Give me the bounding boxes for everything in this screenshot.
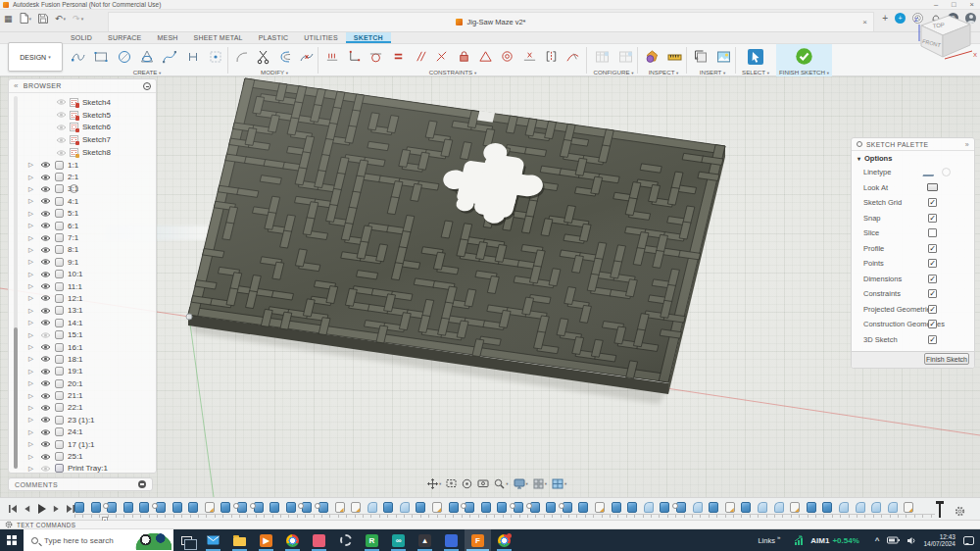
look-at-button-icon[interactable] bbox=[927, 183, 938, 191]
browser-body-row[interactable]: ▷4:1 bbox=[9, 195, 156, 207]
horizontal-vertical-constraint-icon[interactable] bbox=[347, 49, 362, 64]
browser-body-row[interactable]: ▷18:1 bbox=[9, 353, 156, 365]
browser-body-row[interactable]: ▷3:1 bbox=[9, 183, 156, 195]
timeline-feature-icon[interactable] bbox=[627, 502, 637, 513]
visibility-eye-icon[interactable] bbox=[40, 331, 51, 339]
timeline-gear-icon[interactable] bbox=[955, 503, 965, 521]
browser-body-row[interactable]: ▷6:1 bbox=[9, 220, 156, 231]
tab-sketch[interactable]: SKETCH bbox=[346, 32, 391, 43]
timeline-feature-icon[interactable] bbox=[888, 502, 898, 513]
perpendicular-constraint-icon[interactable] bbox=[434, 49, 449, 64]
timeline-feature-icon[interactable] bbox=[400, 502, 410, 513]
point-tool-icon[interactable] bbox=[208, 49, 223, 65]
timeline-feature-icon[interactable] bbox=[871, 502, 881, 513]
timeline-feature-icon[interactable] bbox=[254, 502, 264, 513]
timeline-feature-icon[interactable] bbox=[807, 502, 816, 513]
action-center-icon[interactable] bbox=[963, 536, 974, 545]
parallel-constraint-icon[interactable] bbox=[413, 49, 427, 64]
coincident-constraint-icon[interactable] bbox=[325, 49, 340, 64]
midpoint-constraint-icon[interactable] bbox=[522, 49, 537, 64]
expand-arrow-icon[interactable]: ▷ bbox=[28, 210, 38, 218]
equal-constraint-icon[interactable] bbox=[391, 49, 406, 64]
display-settings-icon[interactable]: ▾ bbox=[514, 478, 528, 489]
tangent-constraint-icon[interactable] bbox=[368, 49, 383, 64]
timeline-feature-icon[interactable] bbox=[74, 502, 84, 513]
timeline-feature-icon[interactable] bbox=[725, 502, 735, 513]
fillet-tool-icon[interactable] bbox=[234, 49, 250, 65]
visibility-eye-icon[interactable] bbox=[40, 185, 51, 193]
visibility-eye-icon[interactable] bbox=[40, 368, 51, 376]
visibility-eye-icon[interactable] bbox=[56, 149, 67, 157]
checkbox[interactable]: ✓ bbox=[928, 214, 937, 223]
taskbar-app-app-blue[interactable] bbox=[438, 529, 465, 551]
expand-arrow-icon[interactable]: ▷ bbox=[28, 185, 38, 193]
visibility-eye-icon[interactable] bbox=[40, 404, 51, 412]
document-tab-close-icon[interactable]: × bbox=[862, 18, 867, 26]
timeline-feature-icon[interactable] bbox=[693, 502, 703, 513]
visibility-eye-icon[interactable] bbox=[40, 465, 51, 473]
configure-dropdown[interactable]: CONFIGURE ▾ bbox=[590, 69, 637, 75]
expand-arrow-icon[interactable]: ▷ bbox=[28, 161, 38, 169]
spline-tool-icon[interactable] bbox=[162, 49, 177, 65]
expand-arrow-icon[interactable]: ▷ bbox=[28, 307, 38, 315]
taskbar-app-task-view[interactable] bbox=[173, 529, 200, 551]
timeline-feature-icon[interactable] bbox=[758, 502, 767, 513]
timeline-feature-icon[interactable] bbox=[335, 502, 345, 513]
modify-dropdown[interactable]: MODIFY ▾ bbox=[231, 69, 318, 75]
play-button[interactable] bbox=[36, 503, 47, 515]
visibility-eye-icon[interactable] bbox=[56, 111, 67, 119]
tab-mesh[interactable]: MESH bbox=[149, 32, 185, 43]
taskbar-app-app-chrome-badged[interactable] bbox=[491, 529, 517, 551]
browser-body-row[interactable]: ▷14:1 bbox=[9, 317, 156, 328]
orbit-icon[interactable] bbox=[462, 478, 472, 489]
browser-body-row[interactable]: ▷25:1 bbox=[9, 450, 156, 462]
timeline-feature-icon[interactable] bbox=[595, 502, 605, 513]
checkbox[interactable]: ✓ bbox=[928, 259, 937, 268]
fit-icon[interactable] bbox=[446, 478, 457, 488]
palette-row-snap[interactable]: Snap✓ bbox=[852, 211, 974, 226]
taskbar-app-chrome[interactable] bbox=[279, 529, 306, 551]
checkbox[interactable]: ✓ bbox=[928, 305, 937, 314]
insert-image-icon[interactable] bbox=[715, 49, 732, 65]
timeline-feature-icon[interactable] bbox=[563, 502, 572, 513]
document-tab[interactable]: Jig-Saw Maze v2* × bbox=[108, 12, 874, 31]
finish-sketch-button[interactable]: Finish Sketch bbox=[924, 353, 969, 365]
expand-arrow-icon[interactable]: ▷ bbox=[28, 258, 38, 266]
timeline-feature-icon[interactable] bbox=[612, 502, 621, 513]
timeline-feature-icon[interactable] bbox=[123, 502, 133, 513]
visibility-eye-icon[interactable] bbox=[40, 307, 51, 315]
taskbar-app-app-pink[interactable] bbox=[306, 529, 332, 551]
measure-icon[interactable] bbox=[666, 49, 683, 65]
visibility-eye-icon[interactable] bbox=[40, 453, 51, 461]
visibility-eye-icon[interactable] bbox=[40, 355, 51, 363]
browser-body-row[interactable]: ▷1:1 bbox=[9, 159, 156, 171]
offset-tool-icon[interactable] bbox=[277, 49, 293, 65]
app-menu-icon[interactable]: ▦ bbox=[4, 14, 13, 24]
timeline-feature-icon[interactable] bbox=[497, 502, 507, 513]
inspect-dropdown[interactable]: INSPECT ▾ bbox=[641, 69, 686, 75]
timeline-feature-icon[interactable] bbox=[368, 502, 377, 513]
links-toolbar-label[interactable]: Links bbox=[758, 536, 775, 545]
fix-constraint-icon[interactable] bbox=[457, 49, 471, 64]
triangle-constraint-icon[interactable] bbox=[478, 49, 493, 64]
visibility-eye-icon[interactable] bbox=[40, 210, 51, 218]
browser-body-row[interactable]: ▷7:1 bbox=[9, 231, 156, 243]
volume-icon[interactable] bbox=[906, 536, 916, 545]
expand-arrow-icon[interactable]: ▷ bbox=[28, 392, 38, 400]
timeline-feature-icon[interactable] bbox=[790, 502, 800, 513]
browser-header[interactable]: « BROWSER bbox=[9, 79, 156, 93]
timeline-feature-icon[interactable] bbox=[449, 502, 459, 513]
browser-body-row[interactable]: ▷12:1 bbox=[9, 292, 156, 304]
extensions-icon[interactable]: + bbox=[895, 13, 906, 24]
timeline-feature-icon[interactable] bbox=[578, 502, 588, 513]
step-back-button[interactable] bbox=[23, 504, 31, 514]
start-button[interactable] bbox=[0, 529, 24, 551]
zoom-icon[interactable]: ▾ bbox=[494, 478, 508, 489]
expand-arrow-icon[interactable]: ▷ bbox=[28, 428, 38, 436]
palette-row-3d-sketch[interactable]: 3D Sketch✓ bbox=[852, 332, 974, 348]
comments-icon[interactable] bbox=[138, 480, 146, 488]
checkbox[interactable]: ✓ bbox=[928, 198, 937, 207]
browser-body-row[interactable]: ▷19:1 bbox=[9, 366, 156, 377]
expand-arrow-icon[interactable]: ▷ bbox=[28, 379, 38, 387]
timeline-feature-icon[interactable] bbox=[741, 502, 751, 513]
